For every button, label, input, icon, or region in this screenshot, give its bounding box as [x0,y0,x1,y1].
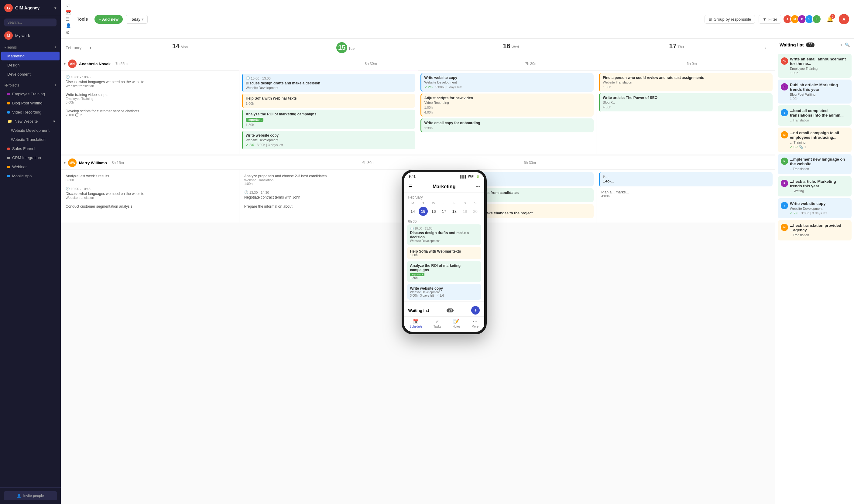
waiting-card-4[interactable]: M ...nd email campaign to all employees … [778,127,852,152]
mobile-task-4[interactable]: Write website copy Website Development 3… [407,284,481,300]
add-new-button[interactable]: + Add new [94,15,123,24]
expand-anastasia[interactable]: ▾ [64,61,66,66]
mobile-day-M: M [408,201,417,205]
icon-column: ☑ 📅 ☰ 👤 ⚙ [66,3,71,35]
today-button[interactable]: Today ▾ [126,15,147,24]
teams-add-btn[interactable]: + [54,45,56,50]
wc-dur: 1:00h [790,97,849,101]
next-week-button[interactable]: › [762,43,770,52]
mobile-num-14[interactable]: 14 [408,207,417,216]
sidebar-item-webinar[interactable]: Webinar [1,162,59,171]
sidebar-item-development[interactable]: Development [1,70,59,79]
task-sub: Website Translation [603,80,769,84]
sidebar-item-design[interactable]: Design [1,61,59,70]
today-label: Today [130,17,140,21]
sidebar-item-employee-training[interactable]: Employee Training [1,90,59,98]
task-prepare-information[interactable]: Prepare the information about [242,202,415,211]
task-write-seo-article[interactable]: Write article: The Power of SEO Blog P..… [599,93,772,111]
toolbar-icon-list[interactable]: ☰ [66,16,71,22]
sidebar-item-new-website[interactable]: 📁 New Website ▾ [1,117,59,126]
mobile-num-19[interactable]: 19 [460,207,469,216]
task-help-sofia[interactable]: Help Sofia with Webinar texts 1:00h [242,94,415,108]
sales-funnel-dot [7,147,10,150]
toolbar-icon-calendar[interactable]: 📅 [66,10,71,15]
day-col-16: 16 Wed [429,42,594,53]
mobile-tab-tasks[interactable]: ✓ Tasks [434,319,441,328]
toolbar-icon-person[interactable]: 👤 [66,23,71,29]
mobile-tab-notes[interactable]: 📝 Notes [452,319,460,328]
wc-avatar-3: S [781,109,788,116]
toolbar-icon-settings[interactable]: ⚙ [66,30,71,35]
waiting-card-6[interactable]: P ...heck article: Marketing trends this… [778,176,852,196]
mobile-task-2[interactable]: Help Sofia with Webinar texts 1:00h [407,247,481,259]
notification-button[interactable]: 🔔 3 [825,14,835,24]
mobile-week-days-row: M T W T F S S [408,201,480,205]
mobile-num-18[interactable]: 18 [450,207,459,216]
task-write-website-copy-wed[interactable]: Write website copy Website Development ✓… [420,73,594,92]
teams-section-header[interactable]: ▾ Teams + [0,43,61,51]
marry-thu-cell: 9:... 1-to-... Plan a... marke... 4:00h [596,170,775,222]
wc-sub: ...Translation [790,233,849,237]
sidebar-item-video-recording[interactable]: Video Recording [1,108,59,116]
task-find-person[interactable]: Find a person who could review and rate … [599,73,772,91]
task-develop-scripts-chatbots[interactable]: Develop scripts for customer service cha… [63,107,237,119]
toolbar-icon-check[interactable]: ☑ [66,3,71,8]
wc-sub: ... Writing [790,189,849,193]
sidebar-item-website-development[interactable]: Website Development [1,126,59,135]
sidebar-item-website-translation[interactable]: Website Translation [1,135,59,144]
sidebar-item-sales-funnel[interactable]: Sales Funnel [1,144,59,153]
mobile-add-button[interactable]: + [471,306,480,314]
wc-content: ...load all completed translations into … [790,108,849,123]
task-discuss-design-drafts[interactable]: 🕐 10:00 - 13:00 Discuss design drafts an… [242,74,415,92]
waiting-card-3[interactable]: S ...load all completed translations int… [778,105,852,126]
waiting-card-7[interactable]: S Write website copy Website Development… [778,198,852,218]
org-chevron-icon[interactable]: ▾ [54,6,56,10]
user-avatar[interactable]: A [839,14,849,24]
mobile-tab-schedule[interactable]: 📅 Schedule [409,319,422,328]
mobile-num-20[interactable]: 20 [471,207,480,216]
task-write-website-copy-tue[interactable]: Write website copy Website Development ✓… [242,131,415,149]
search-input[interactable] [4,19,56,26]
task-one-to-one[interactable]: 9:... 1-to-... [599,172,772,186]
mobile-dots-icon[interactable]: ••• [476,184,480,189]
task-plan-marketing[interactable]: Plan a... marke... 4:00h [599,188,772,200]
mobile-num-15[interactable]: 15 [419,207,428,216]
add-waiting-icon[interactable]: + [840,42,842,47]
sidebar-item-blog-post-writing[interactable]: Blog Post Writing [1,99,59,107]
mobile-num-16[interactable]: 16 [429,207,438,216]
task-analyze-roi[interactable]: Analyze the ROI of marketing campaigns i… [242,110,415,129]
my-work-item[interactable]: M My work [0,29,61,42]
task-customer-segmentation[interactable]: Conduct customer segmentation analysis [63,202,237,211]
group-by-button[interactable]: ⊞ Group by responsible [704,15,755,24]
invite-people-button[interactable]: 👤 Invite people [4,491,57,500]
task-write-training-scripts[interactable]: Write training video scripts Employee Tr… [63,91,237,106]
task-analyze-results[interactable]: Analyze last week's results 0:30h [63,172,237,184]
task-analyze-proposals[interactable]: Analyze proposals and choose 2-3 best ca… [242,172,415,187]
task-negotiate-contract[interactable]: 🕐 13:30 - 14:30 Negotiate contract terms… [242,188,415,201]
tasks-tab-icon: ✓ [435,319,439,324]
waiting-card-1[interactable]: AN Write an email announcement for the n… [778,54,852,78]
task-sub: Website Development [424,80,591,84]
projects-add-btn[interactable]: + [54,83,56,87]
sidebar-item-crm-integration[interactable]: CRM Integration [1,153,59,162]
avatar-5[interactable]: K [812,15,821,24]
waiting-card-8[interactable]: M ...heck translation provided ...agency… [778,220,852,240]
sidebar-item-marketing[interactable]: Marketing [1,52,59,60]
projects-section-header[interactable]: ▾ Projects + [0,82,61,89]
waiting-card-2[interactable]: P Publish article: Marketing trends this… [778,79,852,104]
waiting-card-5[interactable]: K ...mplement new language on the websit… [778,154,852,174]
prev-week-button[interactable]: ‹ [86,43,95,52]
sidebar-item-mobile-app[interactable]: Mobile App [1,172,59,180]
task-adjust-scripts[interactable]: Adjust scripts for new video Video Recor… [420,93,594,116]
mobile-num-17[interactable]: 17 [439,207,449,216]
filter-button[interactable]: ▼ Filter [759,15,781,24]
expand-marry[interactable]: ▾ [64,161,66,165]
task-write-email-copy[interactable]: Write email copy for onboarding 1:30h [420,119,594,132]
hamburger-icon[interactable]: ☰ [408,184,413,190]
mobile-task-1[interactable]: 🕐 10:00 - 13:00 Discuss design drafts an… [407,224,481,245]
search-waiting-icon[interactable]: 🔍 [845,42,850,47]
task-discuss-languages-marry[interactable]: 🕐 10:00 - 10:45 Discuss what languages w… [63,185,237,201]
mobile-task-3[interactable]: Analyze the ROI of marketing campaigns i… [407,261,481,282]
mobile-tab-more[interactable]: ⋯ More [471,319,478,328]
task-discuss-languages-mon[interactable]: 🕐 10:00 - 10:45 Discuss what languages w… [63,73,237,90]
